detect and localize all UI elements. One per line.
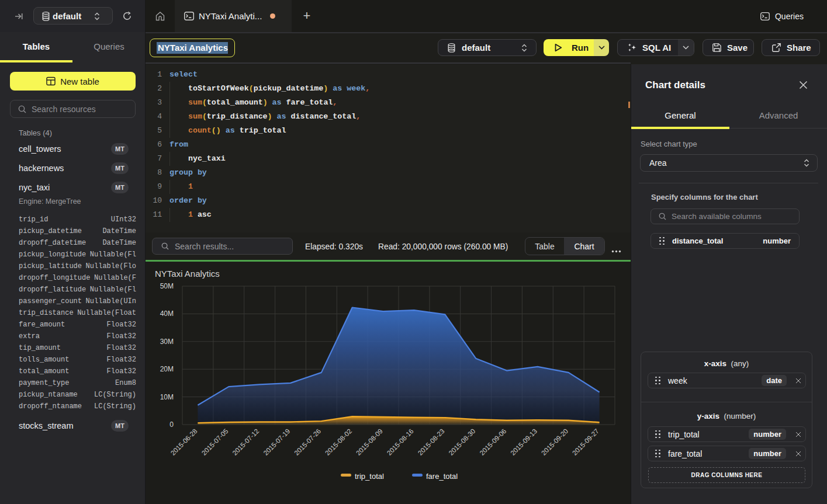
- svg-text:2015-09-20: 2015-09-20: [540, 427, 569, 457]
- svg-text:2015-09-13: 2015-09-13: [509, 427, 538, 457]
- svg-text:20M: 20M: [160, 365, 174, 373]
- svg-text:2015-08-02: 2015-08-02: [324, 427, 353, 457]
- svg-text:2015-08-30: 2015-08-30: [447, 427, 476, 457]
- svg-text:10M: 10M: [160, 393, 174, 401]
- svg-text:fare_total: fare_total: [426, 472, 458, 481]
- svg-text:30M: 30M: [160, 338, 174, 346]
- svg-text:2015-08-09: 2015-08-09: [355, 427, 384, 457]
- svg-text:2015-08-23: 2015-08-23: [417, 427, 446, 457]
- svg-text:2015-07-26: 2015-07-26: [293, 427, 322, 457]
- svg-text:40M: 40M: [160, 310, 174, 318]
- svg-text:2015-07-19: 2015-07-19: [262, 427, 291, 457]
- svg-text:2015-07-12: 2015-07-12: [231, 427, 260, 457]
- svg-text:2015-08-16: 2015-08-16: [386, 427, 415, 457]
- svg-text:2015-09-27: 2015-09-27: [571, 427, 600, 457]
- svg-text:2015-09-06: 2015-09-06: [478, 427, 507, 457]
- svg-text:2015-06-28: 2015-06-28: [169, 427, 199, 457]
- svg-text:0: 0: [169, 420, 174, 429]
- svg-text:NYTaxi Analytics: NYTaxi Analytics: [155, 269, 220, 279]
- svg-text:trip_total: trip_total: [355, 472, 384, 481]
- svg-text:2015-07-05: 2015-07-05: [200, 427, 230, 457]
- svg-text:50M: 50M: [160, 282, 174, 290]
